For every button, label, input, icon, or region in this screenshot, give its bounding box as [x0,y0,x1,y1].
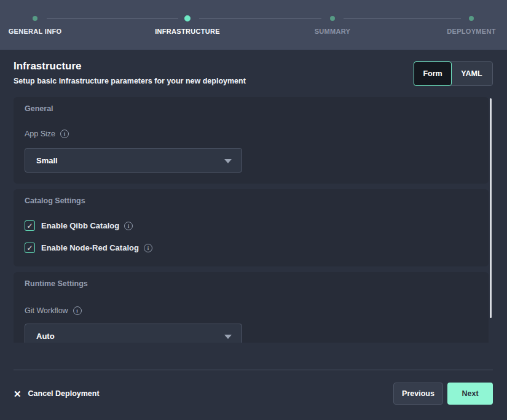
git-workflow-select[interactable]: Auto [25,324,242,343]
app-size-label-row: App Size i [25,130,69,138]
footer-divider [14,370,493,370]
chevron-down-icon [224,159,232,163]
app-size-value: Small [36,156,58,165]
section-general: General App Size i Small [14,97,489,184]
section-general-heading: General [25,104,53,113]
step-label-summary[interactable]: SUMMARY [315,28,351,35]
cancel-deployment-label: Cancel Deployment [28,389,100,398]
form-toggle-button[interactable]: Form [414,61,452,86]
step-label-general-info[interactable]: GENERAL INFO [9,28,62,35]
app-size-label: App Size [25,130,55,138]
app-size-select[interactable]: Small [25,148,242,173]
section-catalog-heading: Catalog Settings [25,196,85,205]
page-title: Infrastructure [14,60,82,72]
git-workflow-value: Auto [36,332,55,341]
git-workflow-label: Git Workflow [25,306,68,315]
step-label-infrastructure[interactable]: INFRASTRUCTURE [155,28,220,35]
previous-button[interactable]: Previous [393,383,443,405]
step-dot-deployment[interactable] [469,16,474,21]
view-mode-toggle: Form YAML [414,61,493,86]
info-icon[interactable]: i [124,222,133,230]
next-button[interactable]: Next [447,383,493,405]
info-icon[interactable]: i [60,130,69,138]
wizard-stepper: GENERAL INFO INFRASTRUCTURE SUMMARY DEPL… [0,0,507,50]
page-subtitle: Setup basic infrastructure parameters fo… [14,77,246,85]
section-catalog-settings: Catalog Settings ✓ Enable Qibb Catalog i… [14,189,489,266]
nodered-catalog-checkbox[interactable]: ✓ [25,243,35,253]
git-workflow-label-row: Git Workflow i [25,306,82,315]
info-icon[interactable]: i [144,244,152,252]
stepper-connector [199,18,321,19]
step-dot-general-info[interactable] [33,16,37,21]
nodered-catalog-label: Enable Node-Red Catalog [41,243,139,252]
qibb-catalog-checkbox[interactable]: ✓ [25,220,35,231]
stepper-connector [344,18,461,19]
yaml-toggle-button[interactable]: YAML [450,61,493,86]
close-icon: ✕ [14,389,22,399]
section-runtime-heading: Runtime Settings [25,279,88,288]
qibb-catalog-row: ✓ Enable Qibb Catalog i [25,220,133,231]
form-scroll-area: General App Size i Small Catalog Setting… [0,97,507,343]
step-dot-infrastructure[interactable] [184,15,191,21]
vertical-scrollbar[interactable] [490,98,492,318]
qibb-catalog-label: Enable Qibb Catalog [41,221,119,230]
step-dot-summary[interactable] [330,16,335,21]
step-label-deployment[interactable]: DEPLOYMENT [447,28,495,35]
cancel-deployment-button[interactable]: ✕ Cancel Deployment [14,387,100,400]
section-runtime-settings: Runtime Settings Git Workflow i Auto [14,272,489,343]
info-icon[interactable]: i [73,306,82,315]
stepper-connector [47,18,178,19]
chevron-down-icon [224,335,232,339]
deployment-wizard: GENERAL INFO INFRASTRUCTURE SUMMARY DEPL… [0,0,507,420]
nodered-catalog-row: ✓ Enable Node-Red Catalog i [25,243,152,253]
